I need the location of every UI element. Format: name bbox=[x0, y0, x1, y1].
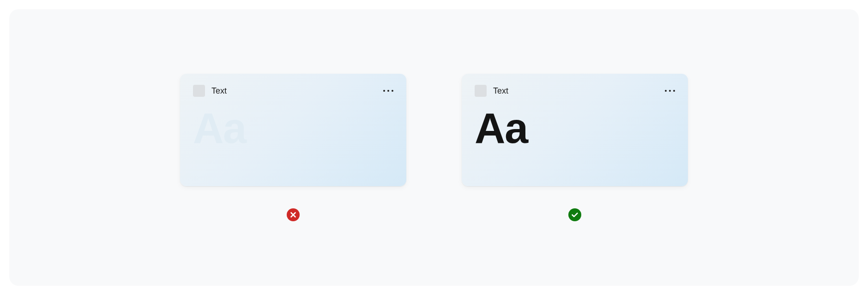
check-icon bbox=[568, 208, 581, 221]
ellipsis-icon[interactable] bbox=[383, 90, 393, 92]
typography-sample-high-contrast: Aa bbox=[475, 107, 675, 149]
text-card-good: Text Aa bbox=[462, 74, 688, 186]
svg-point-1 bbox=[568, 208, 581, 221]
example-bad: Text Aa bbox=[180, 74, 406, 221]
placeholder-icon bbox=[475, 85, 487, 97]
card-header: Text bbox=[475, 84, 675, 98]
typography-sample-low-contrast: Aa bbox=[193, 107, 393, 149]
placeholder-icon bbox=[193, 85, 205, 97]
x-icon bbox=[287, 208, 300, 221]
card-title: Text bbox=[211, 87, 227, 95]
text-card-bad: Text Aa bbox=[180, 74, 406, 186]
card-header: Text bbox=[193, 84, 393, 98]
canvas: Text Aa Text bbox=[9, 9, 859, 286]
card-title: Text bbox=[493, 87, 508, 95]
ellipsis-icon[interactable] bbox=[665, 90, 675, 92]
example-good: Text Aa bbox=[462, 74, 688, 221]
stage: Text Aa Text bbox=[0, 0, 868, 295]
